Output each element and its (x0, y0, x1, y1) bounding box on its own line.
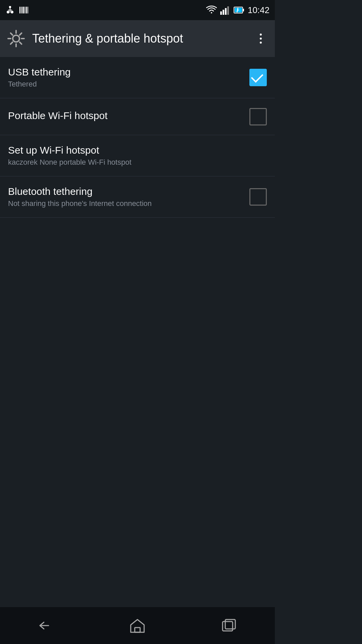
setup-wifi-hotspot-content: Set up Wi-Fi hotspot kaczorek None porta… (8, 145, 267, 167)
overflow-dot-3 (260, 42, 262, 44)
svg-rect-13 (220, 11, 222, 15)
usb-tethering-title: USB tethering (8, 66, 243, 78)
status-bar: 10:42 (0, 0, 275, 20)
app-bar-title: Tethering & portable hotspot (32, 32, 253, 46)
nav-bar (0, 607, 275, 644)
svg-point-22 (13, 35, 19, 42)
usb-tethering-item[interactable]: USB tethering Tethered (0, 57, 275, 98)
usb-tethering-checkbox[interactable] (249, 69, 267, 86)
bluetooth-tethering-checkbox[interactable] (249, 188, 267, 206)
app-bar: Tethering & portable hotspot (0, 20, 275, 57)
signal-icon (220, 5, 230, 15)
bluetooth-tethering-subtitle: Not sharing this phone's Internet connec… (8, 199, 243, 208)
wifi-icon (206, 5, 217, 15)
svg-rect-14 (223, 10, 224, 15)
usb-tethering-content: USB tethering Tethered (8, 66, 249, 89)
portable-wifi-hotspot-item[interactable]: Portable Wi-Fi hotspot (0, 98, 275, 135)
settings-list: USB tethering Tethered Portable Wi-Fi ho… (0, 57, 275, 607)
svg-rect-16 (227, 6, 229, 15)
status-time: 10:42 (248, 5, 269, 15)
svg-rect-5 (7, 11, 9, 13)
setup-wifi-hotspot-item[interactable]: Set up Wi-Fi hotspot kaczorek None porta… (0, 135, 275, 176)
recents-button[interactable] (216, 615, 242, 636)
setup-wifi-hotspot-title: Set up Wi-Fi hotspot (8, 145, 260, 156)
overflow-menu-button[interactable] (253, 31, 268, 46)
settings-icon (7, 29, 25, 48)
usb-icon (5, 5, 15, 15)
status-bar-left (5, 5, 28, 15)
svg-rect-8 (21, 7, 22, 13)
back-button[interactable] (33, 615, 59, 636)
home-button[interactable] (124, 615, 151, 636)
svg-rect-23 (135, 628, 140, 632)
usb-tethering-subtitle: Tethered (8, 80, 243, 89)
svg-rect-7 (19, 7, 20, 13)
portable-wifi-hotspot-content: Portable Wi-Fi hotspot (8, 110, 249, 123)
portable-wifi-hotspot-checkbox[interactable] (249, 108, 267, 125)
svg-rect-11 (26, 7, 27, 13)
overflow-dot-2 (260, 38, 262, 40)
svg-rect-12 (27, 7, 28, 13)
svg-rect-6 (11, 11, 13, 13)
setup-wifi-hotspot-subtitle: kaczorek None portable Wi-Fi hotspot (8, 158, 260, 167)
bluetooth-tethering-content: Bluetooth tethering Not sharing this pho… (8, 186, 249, 208)
svg-rect-18 (243, 9, 244, 11)
svg-rect-9 (22, 7, 24, 13)
bluetooth-tethering-title: Bluetooth tethering (8, 186, 243, 197)
svg-rect-25 (225, 620, 235, 629)
bluetooth-tethering-item[interactable]: Bluetooth tethering Not sharing this pho… (0, 176, 275, 218)
svg-rect-24 (223, 622, 233, 631)
barcode-icon (19, 5, 28, 15)
portable-wifi-hotspot-title: Portable Wi-Fi hotspot (8, 110, 243, 121)
status-bar-right: 10:42 (206, 5, 269, 15)
svg-rect-15 (225, 8, 227, 15)
overflow-dot-1 (260, 34, 262, 36)
battery-icon (234, 5, 244, 15)
svg-rect-10 (24, 7, 25, 13)
